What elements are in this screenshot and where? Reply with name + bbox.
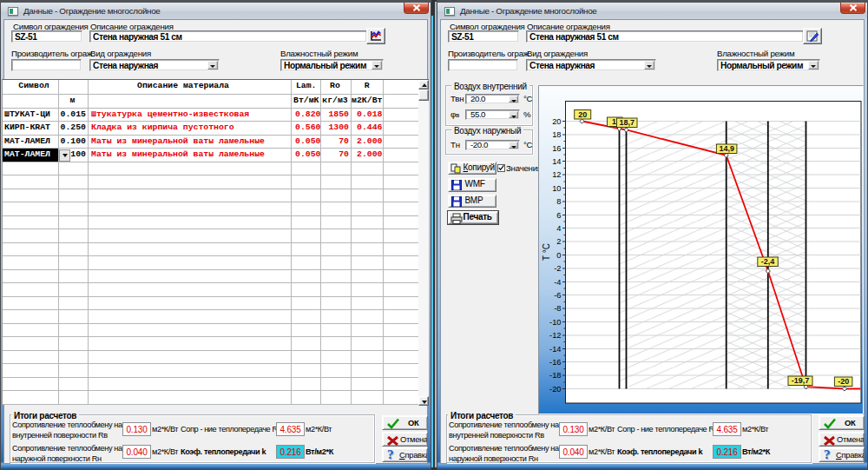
svg-text:-2: -2 [554, 264, 561, 273]
svg-text:10: 10 [552, 184, 561, 193]
svg-text:14: 14 [552, 157, 561, 166]
svg-text:18,7: 18,7 [619, 118, 635, 127]
svg-text:6: 6 [556, 211, 561, 220]
svg-text:-14: -14 [549, 345, 561, 354]
svg-text:-12: -12 [549, 331, 561, 340]
svg-text:Т °С: Т °С [542, 243, 551, 261]
svg-text:-4: -4 [554, 278, 561, 287]
svg-text:4: 4 [556, 224, 561, 233]
svg-text:20: 20 [552, 117, 561, 126]
svg-text:14,9: 14,9 [719, 144, 734, 153]
svg-text:-16: -16 [549, 358, 561, 367]
svg-text:-10: -10 [549, 318, 561, 327]
svg-text:-20: -20 [838, 377, 849, 386]
svg-text:8: 8 [556, 197, 561, 206]
svg-text:20: 20 [578, 110, 587, 119]
svg-text:-20: -20 [549, 385, 561, 394]
svg-text:12: 12 [552, 170, 561, 179]
svg-text:16: 16 [552, 144, 561, 153]
svg-text:-19,7: -19,7 [792, 376, 810, 385]
svg-text:-6: -6 [554, 291, 561, 300]
svg-text:-18: -18 [549, 371, 561, 380]
svg-text:-8: -8 [554, 304, 561, 313]
svg-text:0: 0 [556, 251, 561, 260]
svg-text:2: 2 [556, 237, 561, 246]
svg-text:1: 1 [612, 117, 616, 126]
svg-text:18: 18 [552, 130, 561, 139]
svg-text:-2,4: -2,4 [761, 257, 775, 266]
